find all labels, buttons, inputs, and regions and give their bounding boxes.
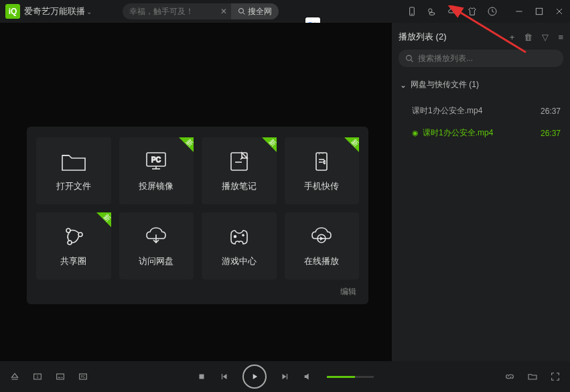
tile-label: 投屏镜像 [139, 180, 173, 192]
svg-point-23 [234, 236, 236, 238]
svg-rect-30 [57, 374, 64, 379]
tile-6[interactable]: 游戏中心 [202, 212, 277, 279]
tile-5[interactable]: 访问网盘 [119, 212, 194, 279]
tile-icon [60, 149, 87, 174]
player-area: 打开文件新PC投屏镜像新播放笔记新手机快传新共享圈访问网盘游戏中心在线播放 编辑 [0, 23, 392, 361]
svg-rect-35 [199, 375, 204, 379]
svg-rect-7 [536, 8, 542, 14]
history-icon[interactable] [487, 6, 498, 17]
tile-icon [226, 224, 253, 249]
delete-button[interactable]: 🗑 [524, 32, 532, 42]
fullscreen-icon[interactable] [550, 371, 561, 382]
tile-icon [308, 224, 335, 249]
stop-button[interactable] [197, 372, 206, 381]
tile-1[interactable]: 新PC投屏镜像 [119, 137, 194, 204]
close-button[interactable] [554, 6, 565, 17]
tile-label: 播放笔记 [222, 180, 257, 192]
filter-button[interactable]: ▽ [542, 32, 549, 42]
svg-point-4 [429, 9, 432, 12]
tile-icon [60, 224, 87, 249]
search-web-button[interactable]: 搜全网 [231, 3, 279, 19]
playlist-item[interactable]: ◉课时1办公安全.mp426:37 [399, 122, 563, 144]
minimize-button[interactable] [514, 6, 524, 17]
volume-icon[interactable] [303, 371, 313, 382]
duration: 26:37 [541, 107, 561, 116]
tile-label: 访问网盘 [139, 255, 173, 267]
tile-icon [308, 149, 335, 174]
pc-icon[interactable]: PC [78, 371, 88, 382]
playlist-group[interactable]: ⌄ 网盘与快传文件 (1) [399, 76, 563, 93]
play-button[interactable] [242, 365, 267, 389]
eject-icon[interactable] [9, 371, 20, 382]
prev-button[interactable] [220, 372, 229, 381]
volume-slider[interactable] [327, 376, 374, 378]
controls-bar: 1 PC [0, 361, 570, 392]
playlist-item[interactable]: 课时1办公安全.mp426:37 [399, 100, 563, 122]
folder-icon[interactable] [527, 371, 538, 382]
svg-point-25 [407, 55, 412, 60]
cloud-icon[interactable] [447, 6, 457, 17]
tile-7[interactable]: 在线播放 [285, 212, 360, 279]
playlist-title: 播放列表 (2) [399, 31, 447, 43]
skin-icon[interactable] [467, 6, 478, 17]
svg-text:PC: PC [81, 375, 86, 379]
tile-label: 共享圈 [60, 255, 86, 267]
svg-line-26 [411, 60, 413, 62]
clear-icon[interactable]: ✕ [216, 7, 231, 16]
duration: 26:37 [541, 129, 561, 138]
phone-icon[interactable] [407, 6, 417, 17]
tile-icon [226, 149, 253, 174]
header-search[interactable]: ✕ 搜全网 [123, 3, 279, 19]
app-logo: iQ [5, 4, 20, 19]
quick-actions-panel: 打开文件新PC投屏镜像新播放笔记新手机快传新共享圈访问网盘游戏中心在线播放 编辑 [27, 127, 368, 304]
search-input[interactable] [123, 7, 216, 16]
add-button[interactable]: + [510, 32, 515, 42]
chevron-down-icon: ⌄ [86, 8, 92, 15]
tile-2[interactable]: 新播放笔记 [202, 137, 277, 204]
tile-3[interactable]: 新手机快传 [285, 137, 360, 204]
eye-icon: ◉ [412, 129, 419, 137]
next-button[interactable] [280, 372, 289, 381]
tile-label: 打开文件 [56, 180, 91, 192]
tile-0[interactable]: 打开文件 [36, 137, 111, 204]
link-icon[interactable] [504, 371, 515, 382]
tile-label: 游戏中心 [222, 255, 257, 267]
aspect-1-icon[interactable]: 1 [32, 371, 43, 382]
chevron-down-icon: ⌄ [400, 80, 407, 90]
app-title[interactable]: 爱奇艺万能联播⌄ [24, 5, 92, 17]
edit-link[interactable]: 编辑 [36, 286, 359, 298]
weather-icon[interactable] [427, 6, 437, 17]
list-button[interactable]: ≡ [558, 32, 563, 42]
svg-line-1 [243, 13, 245, 15]
tile-label: 手机快传 [304, 180, 339, 192]
maximize-button[interactable] [534, 6, 545, 17]
svg-text:1: 1 [37, 375, 39, 379]
svg-text:PC: PC [151, 156, 161, 164]
svg-point-0 [239, 9, 244, 13]
tile-4[interactable]: 新共享圈 [36, 212, 111, 279]
playlist-search-input[interactable] [418, 54, 557, 63]
tile-icon [143, 224, 169, 249]
subtitle-icon[interactable] [55, 371, 66, 382]
tile-icon: PC [143, 149, 169, 174]
playlist-search[interactable] [399, 50, 563, 67]
playlist-sidebar: 播放列表 (2) + 🗑 ▽ ≡ ⌄ 网盘与快传文件 (1) 课时1办公安全.m… [392, 23, 570, 361]
tile-label: 在线播放 [304, 255, 339, 267]
